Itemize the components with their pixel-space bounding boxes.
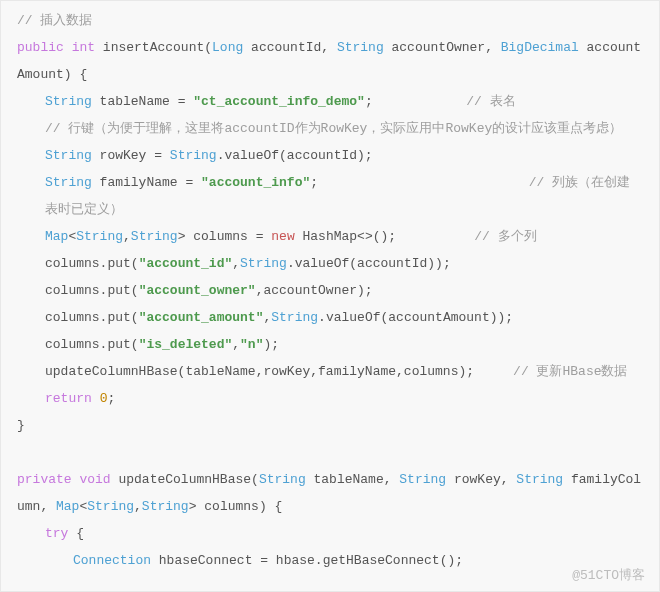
keyword: private	[17, 472, 72, 487]
code-line: }	[17, 412, 643, 439]
type: String	[337, 40, 384, 55]
code-line: String rowKey = String.valueOf(accountId…	[17, 142, 643, 169]
type: String	[45, 175, 92, 190]
keyword: try	[45, 526, 68, 541]
keyword: public	[17, 40, 64, 55]
code-line: return 0;	[17, 385, 643, 412]
code-line: public int insertAccount(Long accountId,…	[17, 34, 643, 88]
keyword: void	[79, 472, 110, 487]
string-literal: "account_owner"	[139, 283, 256, 298]
string-literal: "ct_account_info_demo"	[193, 94, 365, 109]
keyword: return	[45, 391, 92, 406]
type: String	[131, 229, 178, 244]
code-line: // 行键（为便于理解，这里将accountID作为RowKey，实际应用中Ro…	[17, 115, 643, 142]
code-line: Connection hbaseConnect = hbase.getHBase…	[17, 547, 643, 574]
comment: // 更新HBase数据	[513, 364, 627, 379]
keyword: int	[72, 40, 95, 55]
code-line: columns.put("account_owner",accountOwner…	[17, 277, 643, 304]
code-line: private void updateColumnHBase(String ta…	[17, 466, 643, 520]
code-line: updateColumnHBase(tableName,rowKey,famil…	[17, 358, 643, 385]
string-literal: "account_id"	[139, 256, 233, 271]
type: Long	[212, 40, 243, 55]
code-block: // 插入数据 public int insertAccount(Long ac…	[0, 0, 660, 592]
code-line: Map<String,String> columns = new HashMap…	[17, 223, 643, 250]
string-literal: "n"	[240, 337, 263, 352]
code-line: try {	[17, 520, 643, 547]
type: String	[76, 229, 123, 244]
code-line: String familyName = "account_info"; // 列…	[17, 169, 643, 223]
type: String	[45, 94, 92, 109]
code-line: String tableName = "ct_account_info_demo…	[17, 88, 643, 115]
string-literal: "account_info"	[201, 175, 310, 190]
keyword-new: new	[271, 229, 294, 244]
string-literal: "account_amount"	[139, 310, 264, 325]
type: String	[399, 472, 446, 487]
code-line: columns.put("account_amount",String.valu…	[17, 304, 643, 331]
type: String	[142, 499, 189, 514]
type: String	[516, 472, 563, 487]
type: String	[240, 256, 287, 271]
type: Connection	[73, 553, 151, 568]
type: String	[170, 148, 217, 163]
type: String	[259, 472, 306, 487]
type: String	[271, 310, 318, 325]
type: Map	[45, 229, 68, 244]
comment: // 行键（为便于理解，这里将accountID作为RowKey，实际应用中Ro…	[45, 121, 622, 136]
type: Map	[56, 499, 79, 514]
string-literal: "is_deleted"	[139, 337, 233, 352]
type: BigDecimal	[501, 40, 579, 55]
code-line: columns.put("is_deleted","n");	[17, 331, 643, 358]
comment: // 多个列	[474, 229, 536, 244]
code-line: // 插入数据	[17, 7, 643, 34]
comment: // 插入数据	[17, 13, 92, 28]
code-line	[17, 439, 643, 466]
type: String	[45, 148, 92, 163]
code-line: columns.put("account_id",String.valueOf(…	[17, 250, 643, 277]
comment: // 表名	[466, 94, 515, 109]
type: String	[87, 499, 134, 514]
